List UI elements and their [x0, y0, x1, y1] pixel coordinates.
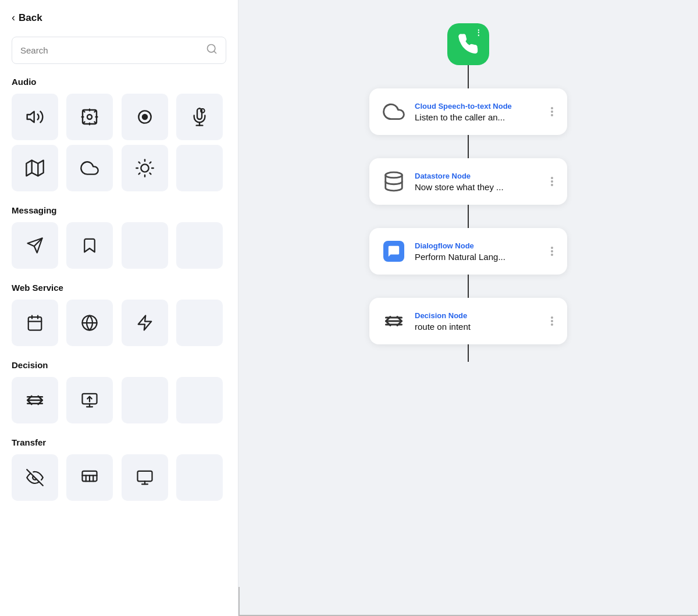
magic-audio-icon[interactable] — [122, 145, 168, 191]
back-button[interactable]: ‹ Back — [12, 12, 226, 24]
svg-marker-31 — [138, 316, 151, 330]
start-node[interactable]: ⋮ — [447, 23, 489, 65]
dec-empty-2 — [176, 377, 223, 423]
microphone-icon[interactable] — [176, 94, 223, 140]
ws-empty-1 — [176, 300, 223, 346]
svg-point-14 — [141, 164, 148, 172]
datastore-more-button[interactable] — [549, 175, 555, 188]
connector-5 — [468, 344, 469, 362]
decision-icon-grid — [12, 377, 226, 423]
transfer-icon-grid — [12, 454, 226, 501]
connector-1 — [468, 65, 469, 88]
svg-rect-25 — [29, 317, 42, 330]
messaging-icon-grid — [12, 222, 226, 269]
category-transfer-label: Transfer — [12, 437, 226, 447]
back-label: Back — [19, 12, 42, 24]
svg-marker-2 — [27, 112, 34, 123]
datastore-content: Datastore Node Now store what they ... — [415, 172, 540, 192]
audio-icon-grid — [12, 94, 226, 191]
volume-icon[interactable] — [12, 94, 58, 140]
start-node-dots: ⋮ — [475, 28, 483, 37]
send-msg-icon[interactable] — [12, 222, 58, 269]
dec-empty-1 — [122, 377, 168, 423]
search-input[interactable] — [20, 45, 206, 55]
map-icon[interactable] — [12, 145, 58, 191]
webservice-icon-grid — [12, 300, 226, 346]
datastore-title: Datastore Node — [415, 172, 540, 180]
flow-container: ⋮ Cloud Speech-to-text Node Listen to th… — [369, 17, 567, 362]
dialogflow-content: Dialogflow Node Perform Natural Lang... — [415, 241, 540, 262]
svg-point-6 — [143, 115, 147, 119]
search-icon — [206, 43, 218, 58]
svg-point-4 — [87, 115, 92, 119]
tr-empty-1 — [176, 454, 223, 501]
svg-point-48 — [386, 172, 403, 178]
cloud-audio-icon[interactable] — [66, 145, 113, 191]
dialogflow-title: Dialogflow Node — [415, 241, 540, 250]
decision-title: Decision Node — [415, 311, 540, 320]
decision-desc: route on intent — [415, 322, 540, 332]
transfer-bar-icon[interactable] — [66, 454, 113, 501]
calendar-ws-icon[interactable] — [12, 300, 58, 346]
category-decision-label: Decision — [12, 360, 226, 370]
decision-content: Decision Node route on intent — [415, 311, 540, 332]
bolt-ws-icon[interactable] — [122, 300, 168, 346]
audio-empty-cell — [176, 145, 223, 191]
category-messaging-label: Messaging — [12, 205, 226, 215]
cloud-speech-title: Cloud Speech-to-text Node — [415, 102, 540, 111]
datastore-icon — [381, 169, 407, 194]
dialogflow-more-button[interactable] — [549, 244, 555, 258]
sidebar: ‹ Back Audio — [0, 0, 238, 616]
svg-rect-45 — [137, 471, 152, 482]
svg-line-22 — [149, 162, 151, 163]
dialogflow-icon — [381, 238, 407, 264]
cloud-speech-more-button[interactable] — [549, 105, 555, 119]
chevron-left-icon: ‹ — [12, 12, 15, 24]
dialogflow-desc: Perform Natural Lang... — [415, 252, 540, 262]
audio-settings-icon[interactable] — [66, 94, 113, 140]
decision-split-icon[interactable] — [12, 377, 58, 423]
desktop-transfer-icon[interactable] — [122, 454, 168, 501]
decision-flow-node[interactable]: Decision Node route on intent — [369, 298, 567, 344]
globe-ws-icon[interactable] — [66, 300, 113, 346]
category-webservice-label: Web Service — [12, 283, 226, 293]
svg-line-17 — [138, 162, 140, 163]
datastore-desc: Now store what they ... — [415, 182, 540, 192]
category-audio-label: Audio — [12, 77, 226, 87]
search-box — [12, 37, 226, 64]
cloud-speech-content: Cloud Speech-to-text Node Listen to the … — [415, 102, 540, 122]
connector-2 — [468, 135, 469, 158]
svg-line-18 — [149, 173, 151, 174]
datastore-node[interactable]: Datastore Node Now store what they ... — [369, 158, 567, 205]
svg-line-21 — [138, 173, 140, 174]
canvas-left-border — [238, 587, 240, 616]
decision-flow-icon — [381, 308, 407, 334]
connector-4 — [468, 275, 469, 298]
decision-more-button[interactable] — [549, 314, 555, 328]
cloud-speech-icon — [381, 99, 407, 124]
dialogflow-node[interactable]: Dialogflow Node Perform Natural Lang... — [369, 228, 567, 275]
connector-3 — [468, 205, 469, 228]
bookmark-msg-icon[interactable] — [66, 222, 113, 269]
msg-empty-1 — [122, 222, 168, 269]
flow-canvas: ⋮ Cloud Speech-to-text Node Listen to th… — [238, 0, 698, 616]
cloud-speech-node[interactable]: Cloud Speech-to-text Node Listen to the … — [369, 88, 567, 135]
decision-monitor-icon[interactable] — [66, 377, 113, 423]
hide-icon[interactable] — [12, 454, 58, 501]
record-icon[interactable] — [122, 94, 168, 140]
msg-empty-2 — [176, 222, 223, 269]
svg-line-1 — [214, 51, 216, 54]
svg-point-10 — [201, 109, 205, 113]
cloud-speech-desc: Listen to the caller an... — [415, 112, 540, 122]
svg-marker-11 — [26, 161, 43, 176]
